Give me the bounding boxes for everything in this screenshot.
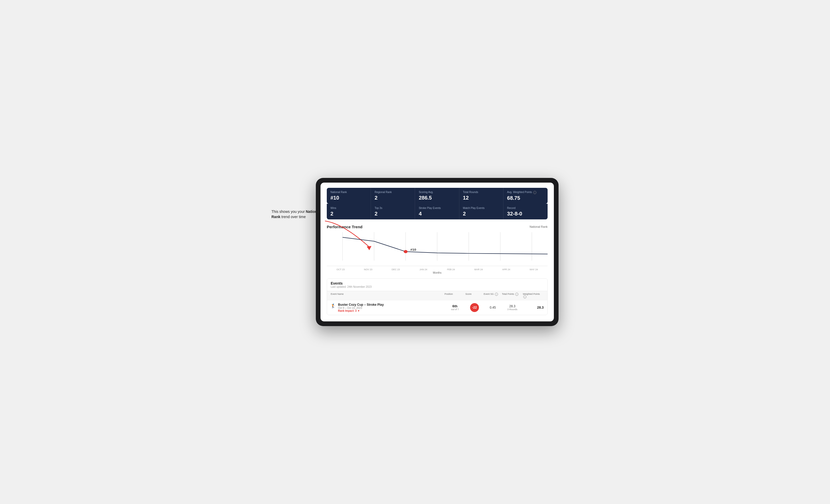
col-position: Position xyxy=(445,293,466,298)
events-section: Events Last updated: 24th November 2023 … xyxy=(327,278,548,315)
x-label-oct23: OCT 23 xyxy=(327,268,354,271)
info-icon-total-points: i xyxy=(515,293,518,296)
trend-header: Performance Trend National Rank xyxy=(327,225,548,229)
table-row: 🏌 Buster Cozy Cup – Stroke Play Oct 9 – … xyxy=(327,300,547,315)
rank-direction-icon: ▼ xyxy=(357,309,360,312)
svg-point-9 xyxy=(404,250,408,253)
events-last-updated: Last updated: 24th November 2023 xyxy=(331,285,544,288)
col-weighted-points: Weighted Points i xyxy=(523,293,544,298)
stat-national-rank: National Rank #10 xyxy=(327,188,371,203)
stat-stroke-play-events: Stroke Play Events 4 xyxy=(415,204,459,220)
scene: This shows you your National Rank trend … xyxy=(272,178,558,326)
stats-row-1: National Rank #10 Regional Rank 2 Scorin… xyxy=(327,188,548,203)
annotation-bold: National Rank xyxy=(272,209,320,219)
tablet-device: National Rank #10 Regional Rank 2 Scorin… xyxy=(316,178,558,326)
event-rank-impact: Rank Impact: 3 ▼ xyxy=(338,309,384,312)
trend-label: National Rank xyxy=(530,225,548,228)
x-label-dec23: DEC 23 xyxy=(382,268,410,271)
total-points-cell: 28.3 3 Rounds xyxy=(502,304,523,311)
svg-text:#10: #10 xyxy=(410,248,416,251)
events-table-header: Event Name Position Score Event SG i Tot… xyxy=(327,291,547,300)
stat-total-rounds: Total Rounds 12 xyxy=(459,188,504,203)
chart-x-axis-title: Months xyxy=(327,271,548,274)
event-icon: 🏌 xyxy=(331,303,336,308)
stat-avg-weighted-points: Avg. Weighted Points i 68.75 xyxy=(504,188,548,203)
event-sg-value: 0.45 xyxy=(484,306,502,309)
x-label-mar24: MAR 24 xyxy=(465,268,492,271)
content-area: National Rank #10 Regional Rank 2 Scorin… xyxy=(321,182,554,321)
col-event-name: Event Name xyxy=(331,293,445,298)
event-date: Oct 9 – Oct 10, 2023 xyxy=(338,306,384,309)
annotation-text: This shows you your National Rank trend … xyxy=(272,209,320,219)
col-score: Score xyxy=(466,293,484,298)
info-icon-weighted-points: i xyxy=(523,295,526,298)
x-label-jan24: JAN 24 xyxy=(410,268,437,271)
col-total-points: Total Points i xyxy=(502,293,523,298)
tablet-screen: National Rank #10 Regional Rank 2 Scorin… xyxy=(321,182,554,321)
x-label-nov23: NOV 23 xyxy=(354,268,382,271)
x-label-may24: MAY 24 xyxy=(520,268,548,271)
event-name-cell: 🏌 Buster Cozy Cup – Stroke Play Oct 9 – … xyxy=(331,303,445,312)
annotation: This shows you your National Rank trend … xyxy=(272,209,324,220)
col-event-sg: Event SG i xyxy=(484,293,502,298)
event-position: 6th out of 7 xyxy=(445,304,466,311)
stat-scoring-avg: Scoring Avg. 286.5 xyxy=(415,188,459,203)
stat-top3s: Top 3s 2 xyxy=(371,204,415,220)
event-name: Buster Cozy Cup – Stroke Play xyxy=(338,303,384,306)
info-icon-event-sg: i xyxy=(495,293,498,296)
x-label-feb24: FEB 24 xyxy=(437,268,465,271)
stat-record: Record 32-8-0 xyxy=(504,204,548,220)
events-title: Events xyxy=(331,281,544,285)
stat-match-play-events: Match Play Events 2 xyxy=(459,204,504,220)
performance-chart: #10 xyxy=(327,232,548,266)
stat-wins: Wins 2 xyxy=(327,204,371,220)
score-badge: -22 xyxy=(470,303,479,312)
x-label-apr24: APR 24 xyxy=(492,268,520,271)
trend-title: Performance Trend xyxy=(327,225,362,229)
chart-svg: #10 xyxy=(327,232,548,266)
events-header: Events Last updated: 24th November 2023 xyxy=(327,279,547,291)
chart-x-labels: OCT 23 NOV 23 DEC 23 JAN 24 FEB 24 MAR 2… xyxy=(327,267,548,271)
event-score-cell: -22 xyxy=(466,303,484,312)
weighted-points-value: 28.3 xyxy=(523,305,544,309)
event-details: Buster Cozy Cup – Stroke Play Oct 9 – Oc… xyxy=(338,303,384,312)
info-icon-avg-weighted: i xyxy=(533,191,536,194)
performance-trend-section: Performance Trend National Rank xyxy=(327,225,548,274)
stats-row-2: Wins 2 Top 3s 2 Stroke Play Events 4 Mat… xyxy=(327,204,548,220)
stat-regional-rank: Regional Rank 2 xyxy=(371,188,415,203)
